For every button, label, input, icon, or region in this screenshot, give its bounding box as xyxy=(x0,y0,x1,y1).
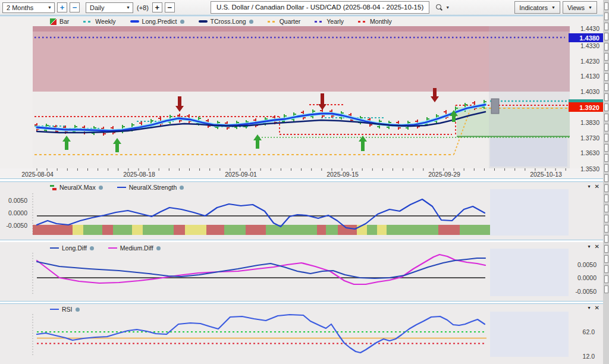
side-strip-button[interactable] xyxy=(604,225,608,233)
side-strip-button[interactable] xyxy=(604,73,608,81)
side-strip-button[interactable] xyxy=(604,12,608,20)
date-axis-label: 2025-08-04 xyxy=(21,171,54,178)
svg-text:1.3530: 1.3530 xyxy=(580,165,599,172)
panel-close-button[interactable]: ✕ xyxy=(595,243,599,250)
periods-increase-button[interactable]: + xyxy=(152,2,162,12)
indicators-button[interactable]: Indicators ▼ xyxy=(514,1,560,14)
side-strip-button[interactable] xyxy=(604,144,608,152)
chevron-down-icon[interactable]: ▼ xyxy=(445,5,450,10)
info-dot-icon[interactable] xyxy=(99,186,103,190)
side-strip-button[interactable] xyxy=(604,83,608,91)
interval-select-value: Daily xyxy=(90,4,104,11)
side-strip-button[interactable] xyxy=(604,114,608,121)
panel-close-button[interactable]: ✕ xyxy=(595,183,599,190)
indicator-axis-label: 62.0 xyxy=(583,328,595,335)
svg-text:1.4030: 1.4030 xyxy=(580,88,599,95)
info-dot-icon[interactable] xyxy=(90,246,94,250)
price-axis-label: 1.3730 xyxy=(580,134,599,142)
svg-text:1.4380: 1.4380 xyxy=(579,34,599,42)
side-strip-button[interactable] xyxy=(604,265,608,273)
info-dot-icon[interactable] xyxy=(249,20,253,24)
weekly-swatch-icon xyxy=(83,21,92,23)
future-region-overlay xyxy=(489,26,570,168)
side-strip-button[interactable] xyxy=(604,103,608,111)
side-strip-button[interactable] xyxy=(604,164,608,172)
side-strip-button[interactable] xyxy=(604,174,608,182)
panel-collapse-button[interactable]: ▾ xyxy=(588,305,591,310)
legend-label: NeuralX.Max xyxy=(59,184,96,191)
side-strip-button[interactable] xyxy=(604,93,608,101)
panel-close-button[interactable]: ✕ xyxy=(595,305,599,311)
side-strip-button[interactable] xyxy=(604,154,608,162)
right-toolbar-strip[interactable] xyxy=(603,0,609,364)
side-strip-button[interactable] xyxy=(604,23,608,30)
legend-item[interactable]: NeuralX.Max xyxy=(50,184,103,191)
range-increase-button[interactable]: + xyxy=(57,2,67,12)
legend-item[interactable]: NeuralX.Strength xyxy=(117,184,184,191)
svg-text:2025-10-13: 2025-10-13 xyxy=(530,171,562,178)
info-dot-icon[interactable] xyxy=(76,307,80,312)
svg-text:62.0: 62.0 xyxy=(583,328,595,335)
side-strip-button[interactable] xyxy=(604,43,608,51)
quarter-swatch-icon xyxy=(268,21,277,23)
side-strip-button[interactable] xyxy=(604,2,608,10)
side-strip-button[interactable] xyxy=(604,245,608,253)
side-strip-button[interactable] xyxy=(604,134,608,142)
price-axis-label: 1.3830 xyxy=(580,119,599,126)
monthly-swatch-icon xyxy=(358,21,367,23)
side-strip-button[interactable] xyxy=(604,194,608,202)
rsi-panel[interactable]: 62.012.0 xyxy=(0,304,603,364)
side-strip-button[interactable] xyxy=(604,124,608,131)
info-dot-icon[interactable] xyxy=(156,246,161,250)
side-strip-button[interactable] xyxy=(604,33,608,40)
side-strip-button[interactable] xyxy=(604,205,608,212)
date-axis-label: 2025-08-18 xyxy=(123,171,155,178)
svg-text:0.0050: 0.0050 xyxy=(577,261,597,268)
indicator-axis-label: 0.0000 xyxy=(8,209,27,216)
current-price-tag: 1.3920 xyxy=(579,104,599,111)
svg-text:2025-08-04: 2025-08-04 xyxy=(21,171,54,178)
side-strip-button[interactable] xyxy=(604,275,608,283)
side-strip-button[interactable] xyxy=(604,63,608,71)
legend-item[interactable]: TCross.Long xyxy=(199,18,253,25)
legend-label: Long.Diff xyxy=(62,244,87,252)
panel-collapse-button[interactable]: ▾ xyxy=(588,184,591,189)
legend-item[interactable]: Long.Predict xyxy=(130,18,184,25)
info-dot-icon[interactable] xyxy=(180,186,184,190)
main-price-chart[interactable]: 1.44301.43801.43301.42301.41301.40301.39… xyxy=(0,26,603,180)
panel-controls: ▾ ✕ xyxy=(588,305,599,311)
search-icon[interactable] xyxy=(435,4,443,12)
trading-app-window: { "toolbar": { "range_value": "2 Months"… xyxy=(0,0,609,364)
side-strip-button[interactable] xyxy=(604,215,608,222)
side-strip-button[interactable] xyxy=(604,255,608,263)
legend-item[interactable]: RSI xyxy=(50,306,80,313)
legend-item[interactable]: Long.Diff xyxy=(50,244,94,252)
range-select[interactable]: 2 Months ▼ xyxy=(2,2,55,13)
side-strip-button[interactable] xyxy=(604,285,608,293)
future-lavender-box xyxy=(490,189,569,236)
legend-item[interactable]: Yearly xyxy=(315,18,344,25)
legend-label: Weekly xyxy=(95,18,115,25)
main-chart-legend: BarWeeklyLong.PredictTCross.LongQuarterY… xyxy=(50,17,392,26)
legend-item[interactable]: Weekly xyxy=(83,18,115,25)
range-decrease-button[interactable]: − xyxy=(70,2,80,12)
legend-item[interactable]: Bar xyxy=(50,18,69,25)
views-button[interactable]: Views ▼ xyxy=(563,1,597,14)
side-strip-button[interactable] xyxy=(604,235,608,243)
info-dot-icon[interactable] xyxy=(180,20,184,24)
neuralx-strength-swatch-icon xyxy=(117,187,126,189)
periods-decrease-button[interactable]: − xyxy=(165,2,175,12)
panel-collapse-button[interactable]: ▾ xyxy=(588,244,591,249)
interval-select[interactable]: Daily ▼ xyxy=(86,2,133,13)
legend-item[interactable]: Monthly xyxy=(358,18,392,25)
svg-text:1.4430: 1.4430 xyxy=(580,26,599,32)
date-axis-label: 2025-09-15 xyxy=(327,171,359,178)
svg-text:0.0000: 0.0000 xyxy=(577,274,597,281)
indicator-axis-label: 0.0050 xyxy=(8,197,27,204)
legend-item[interactable]: Quarter xyxy=(268,18,301,25)
side-strip-button[interactable] xyxy=(604,53,608,61)
future-lavender-box xyxy=(490,312,569,357)
side-strip-button[interactable] xyxy=(604,184,608,192)
legend-item[interactable]: Medium.Diff xyxy=(108,244,161,252)
symbol-title[interactable]: U.S. Dollar / Canadian Dollar - USD/CAD … xyxy=(211,1,429,14)
